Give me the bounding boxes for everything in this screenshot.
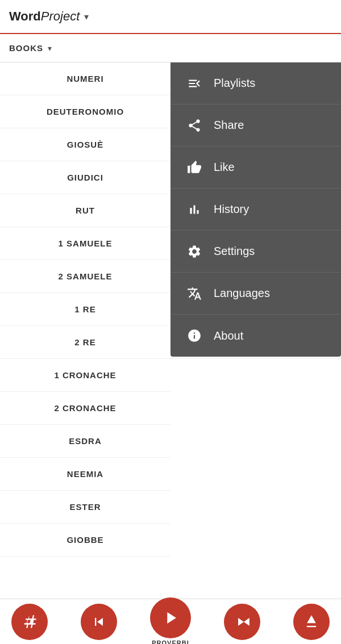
hashtag-btn-wrap <box>11 604 48 640</box>
eject-btn-wrap <box>293 604 330 640</box>
list-item[interactable]: 2 SAMUELE <box>0 260 170 293</box>
list-item[interactable]: DEUTERONOMIO <box>0 95 170 128</box>
dropdown-item-playlists[interactable]: Playlists <box>170 62 341 104</box>
app-title: WordProject <box>9 9 80 24</box>
eject-button[interactable] <box>293 604 330 640</box>
next-button[interactable] <box>224 604 260 640</box>
dropdown-label-history: History <box>214 203 249 216</box>
dropdown-label-settings: Settings <box>214 245 255 258</box>
about-icon <box>184 325 205 346</box>
list-item[interactable]: 1 RE <box>0 293 170 326</box>
dropdown-label-languages: Languages <box>214 287 270 300</box>
play-button[interactable] <box>150 597 191 638</box>
list-item[interactable]: 1 CRONACHE <box>0 359 170 392</box>
play-label: PROVERBI <box>152 639 189 645</box>
dropdown-item-languages[interactable]: Languages <box>170 273 341 315</box>
share-icon <box>184 115 205 136</box>
dropdown-label-share: Share <box>214 119 244 132</box>
books-bar[interactable]: BOOKS ▾ <box>0 34 341 62</box>
playlists-icon <box>184 73 205 94</box>
dropdown-label-playlists: Playlists <box>214 77 255 90</box>
list-item[interactable]: ESTER <box>0 491 170 524</box>
main-content: NUMERIDEUTERONOMIOGIOSUÈGIUDICIRUT1 SAMU… <box>0 62 341 599</box>
prev-button[interactable] <box>81 604 117 640</box>
history-icon <box>184 199 205 220</box>
list-item[interactable]: 1 SAMUELE <box>0 227 170 260</box>
dropdown-label-like: Like <box>214 161 235 174</box>
play-btn-wrap: PROVERBI <box>150 597 191 645</box>
books-label: BOOKS <box>9 43 43 53</box>
dropdown-label-about: About <box>214 329 243 342</box>
list-item[interactable]: NUMERI <box>0 62 170 95</box>
hashtag-button[interactable] <box>11 604 48 640</box>
dropdown-item-about[interactable]: About <box>170 315 341 357</box>
title-project: Project <box>41 9 80 23</box>
next-btn-wrap <box>224 604 260 640</box>
dropdown-item-like[interactable]: Like <box>170 147 341 189</box>
list-item[interactable]: NEEMIA <box>0 458 170 491</box>
settings-icon <box>184 241 205 262</box>
list-item[interactable]: GIOSUÈ <box>0 128 170 161</box>
list-item[interactable]: RUT <box>0 194 170 227</box>
header-dropdown-arrow[interactable]: ▾ <box>84 11 89 22</box>
player-bar: PROVERBI <box>0 599 341 644</box>
dropdown-item-settings[interactable]: Settings <box>170 231 341 273</box>
left-book-list: NUMERIDEUTERONOMIOGIOSUÈGIUDICIRUT1 SAMU… <box>0 62 170 599</box>
dropdown-item-share[interactable]: Share <box>170 104 341 147</box>
list-item[interactable]: 2 CRONACHE <box>0 392 170 425</box>
app-header: WordProject ▾ <box>0 0 341 34</box>
books-dropdown-arrow[interactable]: ▾ <box>48 44 52 53</box>
list-item[interactable]: ESDRA <box>0 425 170 458</box>
prev-btn-wrap <box>81 604 117 640</box>
list-item[interactable]: GIUDICI <box>0 161 170 194</box>
like-icon <box>184 157 205 178</box>
title-word: Word <box>9 9 41 23</box>
dropdown-menu: PlaylistsShareLikeHistorySettingsLanguag… <box>170 62 341 357</box>
list-item[interactable]: GIOBBE <box>0 524 170 557</box>
languages-icon <box>184 283 205 304</box>
dropdown-item-history[interactable]: History <box>170 189 341 231</box>
list-item[interactable]: 2 RE <box>0 326 170 359</box>
